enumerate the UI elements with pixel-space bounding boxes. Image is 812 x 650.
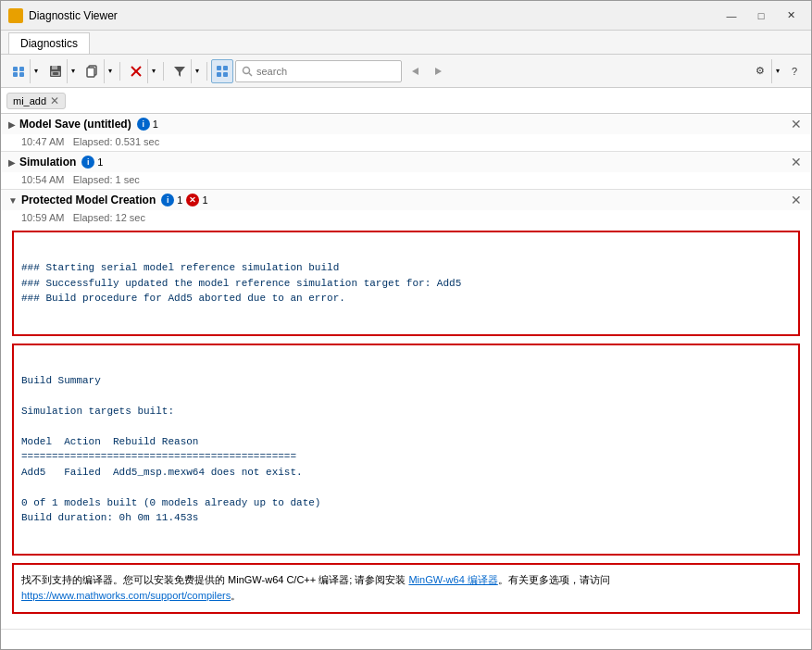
diag-header-simulation[interactable]: ▶ Simulation i 1 ✕ <box>1 152 811 172</box>
main-content: ▶ Model Save (untitled) i 1 ✕ 10:47 AM E… <box>1 114 811 649</box>
tab-diagnostics[interactable]: Diagnostics <box>8 32 90 54</box>
diag-header-protected-model[interactable]: ▼ Protected Model Creation i 1 ✕ 1 ✕ <box>1 190 811 210</box>
info-count-simulation: 1 <box>97 156 103 168</box>
diag-section-model-save: ▶ Model Save (untitled) i 1 ✕ 10:47 AM E… <box>1 114 811 152</box>
nav-arrows <box>404 59 450 83</box>
info-icon-simulation: i <box>81 156 94 169</box>
separator-2 <box>163 62 164 81</box>
log-box-chinese-message: 找不到支持的编译器。您可以安装免费提供的 MinGW-w64 C/C++ 编译器… <box>12 563 800 614</box>
copy-dropdown-btn[interactable]: ▾ <box>81 59 116 83</box>
prev-result-button[interactable] <box>404 59 426 83</box>
title-bar-left: Diagnostic Viewer <box>8 8 118 23</box>
svg-rect-1 <box>17 10 21 15</box>
minimize-button[interactable]: — <box>718 6 744 26</box>
close-section-protected-model[interactable]: ✕ <box>789 193 804 207</box>
log-box-build-summary: Build Summary Simulation targets built: … <box>12 344 800 556</box>
info-count-protected-model: 1 <box>177 194 182 206</box>
badge-info-model-save: i 1 <box>137 118 158 131</box>
close-tab-button[interactable]: ✕ <box>50 95 59 106</box>
menu-dropdown-arrow[interactable]: ▾ <box>30 59 41 83</box>
log-area-protected-model: ### Starting serial model reference simu… <box>1 227 811 629</box>
diag-time-simulation: 10:54 AM Elapsed: 1 sec <box>1 172 811 189</box>
settings-dropdown-arrow[interactable]: ▾ <box>771 59 782 83</box>
svg-rect-5 <box>19 67 24 71</box>
diag-time-protected-model: 10:59 AM Elapsed: 12 sec <box>1 210 811 227</box>
active-tabs-row: mi_add ✕ <box>1 88 811 114</box>
expand-arrow-protected-model: ▼ <box>8 195 18 206</box>
diag-section-simulation: ▶ Simulation i 1 ✕ 10:54 AM Elapsed: 1 s… <box>1 152 811 190</box>
active-tab-mi-add: mi_add ✕ <box>6 93 66 109</box>
search-box[interactable] <box>235 60 402 82</box>
expand-arrow-simulation: ▶ <box>8 157 16 168</box>
svg-rect-6 <box>13 72 18 77</box>
svg-rect-13 <box>87 68 94 77</box>
next-result-button[interactable] <box>428 59 450 83</box>
chinese-text-2: 。有关更多选项，请访问 <box>498 574 610 585</box>
svg-marker-23 <box>412 68 418 75</box>
chinese-text-3: 。 <box>231 590 241 601</box>
diag-title-simulation: Simulation <box>19 156 76 169</box>
diag-time-model-save: 10:47 AM Elapsed: 0.531 sec <box>1 134 811 151</box>
app-icon <box>8 8 23 23</box>
svg-marker-16 <box>174 67 185 77</box>
diag-header-model-save[interactable]: ▶ Model Save (untitled) i 1 ✕ <box>1 114 811 134</box>
toolbar: ▾ ▾ ▾ <box>1 55 811 88</box>
svg-line-22 <box>249 73 252 76</box>
info-count-model-save: 1 <box>153 119 158 130</box>
link-mathworks-compilers[interactable]: https://www.mathworks.com/support/compil… <box>21 590 231 601</box>
svg-rect-11 <box>53 72 58 75</box>
copy-dropdown-arrow[interactable]: ▾ <box>104 59 115 83</box>
link-mingw-compiler[interactable]: MinGW-w64 编译器 <box>408 574 497 585</box>
svg-rect-4 <box>13 67 18 71</box>
gear-area: ⚙ ▾ ? <box>748 59 806 83</box>
settings-dropdown-btn[interactable]: ⚙ ▾ <box>748 59 783 83</box>
svg-rect-17 <box>217 66 221 70</box>
badge-error-protected-model: ✕ 1 <box>186 194 207 206</box>
maximize-button[interactable]: □ <box>748 6 774 26</box>
settings-icon: ⚙ <box>749 59 771 83</box>
diag-section-protected-model: ▼ Protected Model Creation i 1 ✕ 1 ✕ 10:… <box>1 190 811 630</box>
clear-dropdown-arrow[interactable]: ▾ <box>147 59 158 83</box>
title-bar: Diagnostic Viewer — □ ✕ <box>1 1 811 31</box>
filter-dropdown-arrow[interactable]: ▾ <box>191 59 202 83</box>
filter-icon <box>169 59 191 83</box>
svg-rect-3 <box>17 17 21 21</box>
info-icon-model-save: i <box>137 118 150 131</box>
tab-bar: Diagnostics <box>1 31 811 55</box>
expand-arrow-model-save: ▶ <box>8 119 16 130</box>
info-icon-protected-model: i <box>161 194 174 206</box>
svg-point-21 <box>244 67 250 73</box>
svg-rect-9 <box>52 66 57 69</box>
clear-dropdown-btn[interactable]: ▾ <box>124 59 159 83</box>
search-input[interactable] <box>256 66 386 77</box>
error-count-protected-model: 1 <box>202 194 207 206</box>
separator-1 <box>119 62 120 81</box>
close-button[interactable]: ✕ <box>778 6 804 26</box>
diag-title-protected-model: Protected Model Creation <box>21 194 156 206</box>
active-tab-label: mi_add <box>13 95 46 106</box>
close-section-model-save[interactable]: ✕ <box>789 117 804 131</box>
close-section-simulation[interactable]: ✕ <box>789 155 804 169</box>
log-text-build-summary: Build Summary Simulation targets built: … <box>21 373 791 526</box>
svg-rect-2 <box>10 17 15 21</box>
search-icon <box>242 66 253 77</box>
save-dropdown-arrow[interactable]: ▾ <box>67 59 78 83</box>
error-icon-protected-model: ✕ <box>186 194 199 206</box>
main-window: Diagnostic Viewer — □ ✕ Diagnostics ▾ <box>0 0 812 650</box>
grid-view-button[interactable] <box>211 59 233 83</box>
menu-icon <box>7 59 30 83</box>
save-icon <box>44 59 67 83</box>
svg-rect-0 <box>10 10 15 15</box>
svg-rect-20 <box>223 72 228 77</box>
badge-info-protected-model: i 1 <box>161 194 182 206</box>
chinese-text-1: 找不到支持的编译器。您可以安装免费提供的 MinGW-w64 C/C++ 编译器… <box>21 574 408 585</box>
menu-dropdown-btn[interactable]: ▾ <box>6 59 42 83</box>
separator-3 <box>206 62 207 81</box>
log-text-build-messages: ### Starting serial model reference simu… <box>21 260 791 306</box>
help-button[interactable]: ? <box>783 59 806 83</box>
svg-rect-19 <box>217 72 221 77</box>
save-dropdown-btn[interactable]: ▾ <box>44 59 79 83</box>
filter-dropdown-btn[interactable]: ▾ <box>168 59 203 83</box>
window-title: Diagnostic Viewer <box>29 9 118 22</box>
title-bar-controls: — □ ✕ <box>718 6 804 26</box>
